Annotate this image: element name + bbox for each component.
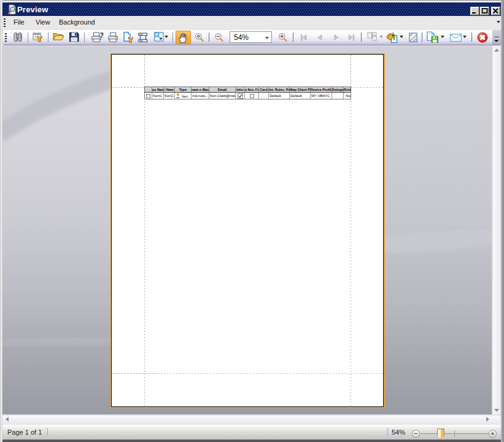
svg-text:?: ? bbox=[100, 32, 104, 39]
